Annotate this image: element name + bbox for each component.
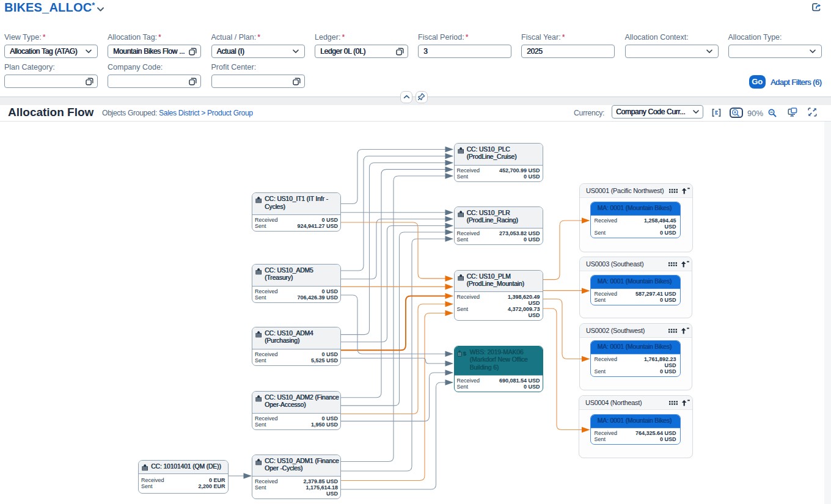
svg-text:$: $ [463,350,466,357]
